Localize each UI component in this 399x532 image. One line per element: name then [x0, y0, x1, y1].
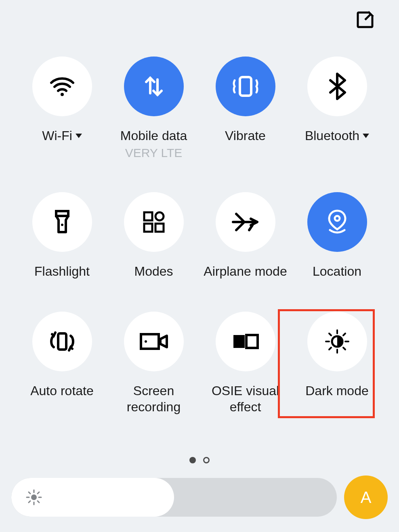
edit-button[interactable]	[353, 8, 377, 31]
svg-rect-13	[233, 335, 245, 348]
svg-point-24	[31, 494, 37, 500]
svg-line-22	[343, 333, 345, 335]
svg-rect-5	[144, 212, 152, 220]
dark-mode-label-row: Dark mode	[305, 383, 369, 399]
airplane-mode-toggle[interactable]	[216, 192, 275, 252]
osie-visual-label-row: OSIE visual effect	[207, 383, 284, 415]
tile-label: Dark mode	[305, 383, 369, 399]
auto-rotate-label-row: Auto rotate	[30, 383, 94, 399]
flashlight-toggle[interactable]	[32, 192, 92, 252]
svg-point-12	[145, 340, 147, 343]
svg-point-6	[155, 212, 164, 220]
wifi-label-row[interactable]: Wi-Fi	[42, 128, 82, 144]
svg-rect-2	[240, 77, 251, 96]
svg-line-31	[38, 492, 39, 494]
brightness-slider[interactable]	[11, 478, 337, 517]
svg-line-23	[329, 348, 331, 350]
vibrate-icon	[230, 72, 261, 101]
svg-point-4	[61, 224, 63, 226]
auto-rotate-icon	[46, 329, 78, 354]
modes-icon	[141, 209, 167, 235]
flashlight-label-row: Flashlight	[34, 263, 90, 279]
osie-visual-toggle[interactable]	[216, 312, 275, 371]
pager[interactable]	[0, 457, 399, 463]
modes-label-row: Modes	[134, 263, 173, 279]
tile-sublabel: VERY LTE	[125, 146, 183, 160]
svg-rect-8	[155, 224, 164, 232]
mobile-data-toggle[interactable]	[124, 57, 184, 116]
pager-dot-1[interactable]	[203, 457, 210, 463]
svg-line-30	[38, 501, 39, 503]
tile-flashlight: Flashlight	[16, 192, 108, 279]
mobile-data-icon	[140, 72, 168, 101]
screen-recording-toggle[interactable]	[124, 312, 184, 371]
tile-location: Location	[291, 192, 383, 279]
tile-label: Screen recording	[118, 383, 190, 415]
edit-icon	[355, 10, 375, 29]
svg-line-29	[29, 492, 30, 494]
quick-settings-grid: Wi-Fi Mobile data VERY LTE	[16, 57, 383, 415]
svg-line-21	[343, 348, 345, 350]
wifi-toggle[interactable]	[32, 57, 92, 116]
tile-label: Mobile data	[120, 128, 187, 144]
tile-modes: Modes	[108, 192, 200, 279]
tile-auto-rotate: Auto rotate	[16, 312, 108, 415]
tile-dark-mode: Dark mode	[291, 312, 383, 415]
dark-mode-toggle[interactable]	[307, 312, 367, 371]
tile-label: Location	[313, 263, 361, 279]
tile-label: Flashlight	[34, 263, 90, 279]
tile-airplane-mode: Airplane mode	[200, 192, 291, 279]
svg-rect-11	[141, 334, 159, 349]
brightness-icon	[25, 488, 43, 506]
tile-bluetooth: Bluetooth	[291, 57, 383, 160]
tile-osie-visual: OSIE visual effect	[200, 312, 291, 415]
bluetooth-icon	[327, 72, 347, 101]
tile-label: Airplane mode	[204, 263, 287, 279]
tile-wifi: Wi-Fi	[16, 57, 108, 160]
bluetooth-label-row[interactable]: Bluetooth	[305, 128, 369, 144]
svg-rect-7	[144, 224, 152, 232]
location-toggle[interactable]	[307, 192, 367, 252]
mobile-data-label-row: Mobile data	[120, 128, 187, 144]
bluetooth-toggle[interactable]	[307, 57, 367, 116]
tile-vibrate: Vibrate	[200, 57, 291, 160]
tile-label: Auto rotate	[30, 383, 94, 399]
svg-point-1	[61, 93, 64, 96]
osie-visual-icon	[231, 332, 260, 351]
flashlight-icon	[52, 208, 72, 236]
vibrate-toggle[interactable]	[216, 57, 275, 116]
tile-label: Wi-Fi	[42, 128, 72, 144]
airplane-icon	[231, 209, 260, 235]
location-icon	[325, 207, 349, 237]
auto-brightness-label: A	[361, 488, 372, 507]
wifi-icon	[48, 72, 76, 101]
svg-point-9	[335, 216, 340, 221]
tile-label: OSIE visual effect	[207, 383, 284, 415]
chevron-down-icon	[363, 134, 369, 138]
svg-line-32	[29, 501, 30, 503]
tile-label: Modes	[134, 263, 173, 279]
dark-mode-icon	[323, 328, 351, 355]
svg-rect-14	[246, 335, 258, 348]
tile-mobile-data: Mobile data VERY LTE	[108, 57, 200, 160]
pager-dot-0[interactable]	[189, 457, 196, 463]
svg-rect-3	[56, 211, 68, 216]
tile-label: Vibrate	[225, 128, 266, 144]
svg-rect-10	[58, 333, 66, 350]
tile-label: Bluetooth	[305, 128, 359, 144]
location-label-row: Location	[313, 263, 361, 279]
modes-toggle[interactable]	[124, 192, 184, 252]
airplane-mode-label-row: Airplane mode	[204, 263, 287, 279]
screen-recording-label-row: Screen recording	[118, 383, 190, 415]
screen-recording-icon	[139, 331, 169, 352]
vibrate-label-row: Vibrate	[225, 128, 266, 144]
chevron-down-icon	[76, 134, 82, 138]
svg-line-20	[329, 333, 331, 335]
auto-brightness-button[interactable]: A	[344, 475, 388, 519]
tile-screen-recording: Screen recording	[108, 312, 200, 415]
auto-rotate-toggle[interactable]	[32, 312, 92, 371]
